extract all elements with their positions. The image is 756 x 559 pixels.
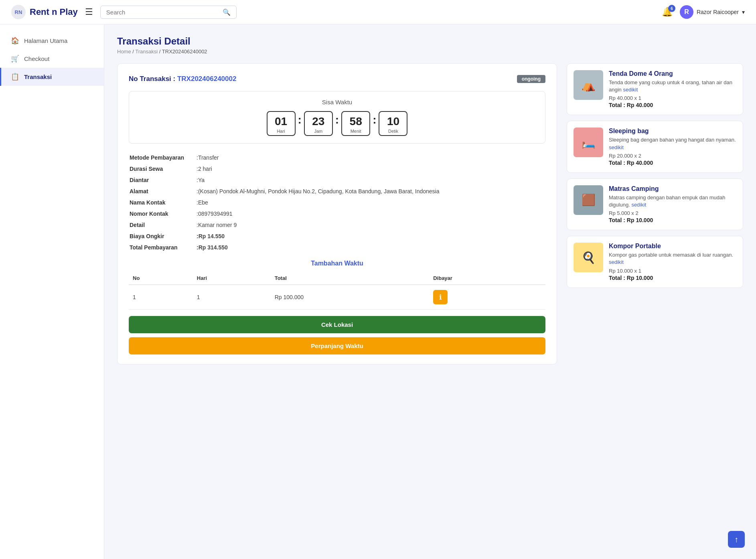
countdown-menit-label: Menit: [342, 129, 369, 134]
product-name: Tenda Dome 4 Orang: [609, 70, 736, 77]
product-desc: Tenda dome yang cukup untuk 4 orang, tah…: [609, 79, 736, 93]
countdown-sep2: :: [335, 113, 339, 126]
product-image: 🛏️: [574, 128, 603, 157]
product-total: Total : Rp 10.000: [609, 217, 736, 223]
transaction-id-label: No Transaksi : TRX202406240002: [129, 75, 236, 83]
countdown-sep1: :: [298, 113, 302, 126]
status-badge: ongoing: [517, 75, 545, 83]
product-price: Rp 5.000 x 2: [609, 210, 736, 216]
product-card: ⛺Tenda Dome 4 OrangTenda dome yang cukup…: [567, 63, 743, 115]
search-input[interactable]: [106, 9, 220, 16]
product-price: Rp 10.000 x 1: [609, 268, 736, 274]
countdown-menit: 58 Menit: [341, 111, 370, 136]
product-image: 🟫: [574, 185, 603, 215]
detail-table: Metode Pembayaran:TransferDurasi Sewa:2 …: [129, 152, 545, 253]
countdown-hari-num: 01: [268, 115, 295, 128]
detail-row: Total Pembayaran:Rp 314.550: [130, 242, 545, 253]
content-grid: No Transaksi : TRX202406240002 ongoing S…: [117, 63, 743, 365]
scroll-top-button[interactable]: ↑: [728, 531, 745, 548]
product-link[interactable]: sedikit: [623, 87, 638, 93]
main-content: Transaksi Detail Home / Transaksi / TRX2…: [104, 24, 756, 559]
dropdown-chevron-icon: ▾: [742, 9, 745, 15]
sidebar-label-halaman-utama: Halaman Utama: [24, 37, 67, 44]
product-price: Rp 20.000 x 2: [609, 153, 736, 159]
product-image: ⛺: [574, 70, 603, 100]
product-name: Kompor Portable: [609, 243, 736, 250]
product-total: Total : Rp 10.000: [609, 275, 736, 281]
header-right: 🔔 6 R Razor Raicooper ▾: [662, 5, 745, 19]
product-desc: Kompor gas portable untuk memasak di lua…: [609, 251, 736, 266]
detail-row: Nomor Kontak:08979394991: [130, 209, 545, 219]
detail-row: Diantar:Ya: [130, 175, 545, 185]
logo-icon: RN: [11, 5, 26, 19]
col-no: No: [129, 272, 193, 285]
countdown-hari: 01 Hari: [267, 111, 296, 136]
countdown-jam: 23 Jam: [304, 111, 333, 136]
product-total: Total : Rp 40.000: [609, 160, 736, 166]
countdown-detik-num: 10: [379, 115, 407, 128]
product-image: 🍳: [574, 243, 603, 272]
product-name: Sleeping bag: [609, 128, 736, 135]
breadcrumb-sep2: /: [159, 49, 161, 55]
col-hari: Hari: [193, 272, 271, 285]
header-left: RN Rent n Play ☰ 🔍: [11, 5, 237, 19]
layout: 🏠 Halaman Utama 🛒 Checkout 📋 Transaksi T…: [0, 24, 756, 559]
sidebar-item-transaksi[interactable]: 📋 Transaksi: [0, 68, 104, 86]
detail-row: Alamat:(Kosan) Pondok Al-Mughni, Pondok …: [130, 186, 545, 196]
product-info: Matras CampingMatras camping dengan baha…: [609, 185, 736, 223]
detail-row: Durasi Sewa:2 hari: [130, 164, 545, 174]
logo[interactable]: RN Rent n Play: [11, 5, 78, 19]
detail-row: Metode Pembayaran:Transfer: [130, 152, 545, 163]
product-desc: Sleeping bag dengan bahan yang hangat da…: [609, 136, 736, 151]
countdown-row: 01 Hari : 23 Jam : 58 Menit :: [136, 111, 539, 136]
notification-badge: 6: [668, 5, 675, 12]
col-dibayar: Dibayar: [429, 272, 545, 285]
countdown-detik: 10 Detik: [379, 111, 407, 136]
tambahan-row: 11Rp 100.000ℹ: [129, 285, 545, 310]
countdown-jam-label: Jam: [305, 129, 332, 134]
products-column: ⛺Tenda Dome 4 OrangTenda dome yang cukup…: [567, 63, 743, 365]
transaction-header: No Transaksi : TRX202406240002 ongoing: [129, 75, 545, 83]
search-bar: 🔍: [100, 6, 237, 19]
detail-row: Nama Kontak:Ebe: [130, 197, 545, 208]
sidebar-label-transaksi: Transaksi: [24, 73, 52, 80]
home-icon: 🏠: [11, 36, 19, 45]
cart-icon: 🛒: [11, 55, 19, 63]
perpanjang-waktu-button[interactable]: Perpanjang Waktu: [129, 337, 545, 354]
user-avatar: R: [680, 5, 693, 19]
notification-button[interactable]: 🔔 6: [662, 7, 673, 17]
sidebar-item-checkout[interactable]: 🛒 Checkout: [0, 50, 104, 68]
cek-lokasi-button[interactable]: Cek Lokasi: [129, 316, 545, 333]
col-total: Total: [271, 272, 430, 285]
sidebar-item-halaman-utama[interactable]: 🏠 Halaman Utama: [0, 32, 104, 50]
sidebar: 🏠 Halaman Utama 🛒 Checkout 📋 Transaksi: [0, 24, 104, 559]
tambahan-waktu-title: Tambahan Waktu: [129, 260, 545, 267]
dibayar-icon[interactable]: ℹ: [433, 290, 448, 304]
search-icon[interactable]: 🔍: [223, 8, 231, 16]
product-card: 🍳Kompor PortableKompor gas portable untu…: [567, 236, 743, 288]
transaction-icon: 📋: [11, 73, 19, 81]
countdown-hari-label: Hari: [268, 129, 295, 134]
product-price: Rp 40.000 x 1: [609, 95, 736, 101]
breadcrumb: Home / Transaksi / TRX202406240002: [117, 49, 743, 55]
breadcrumb-sep1: /: [132, 49, 134, 55]
countdown-jam-num: 23: [305, 115, 332, 128]
hamburger-button[interactable]: ☰: [85, 7, 93, 17]
product-card: 🟫Matras CampingMatras camping dengan bah…: [567, 178, 743, 230]
product-info: Sleeping bagSleeping bag dengan bahan ya…: [609, 128, 736, 166]
product-link[interactable]: sedikit: [609, 259, 624, 265]
countdown-label: Sisa Waktu: [136, 99, 539, 105]
breadcrumb-trx-id: TRX202406240002: [162, 49, 207, 55]
breadcrumb-transaksi[interactable]: Transaksi: [135, 49, 158, 55]
breadcrumb-home[interactable]: Home: [117, 49, 131, 55]
user-menu-button[interactable]: R Razor Raicooper ▾: [680, 5, 745, 19]
product-card: 🛏️Sleeping bagSleeping bag dengan bahan …: [567, 121, 743, 172]
product-link[interactable]: sedikit: [609, 144, 624, 150]
sidebar-label-checkout: Checkout: [24, 55, 49, 62]
countdown-box: Sisa Waktu 01 Hari : 23 Jam :: [129, 91, 545, 144]
header: RN Rent n Play ☰ 🔍 🔔 6 R Razor Raicooper…: [0, 0, 756, 24]
countdown-detik-label: Detik: [379, 129, 407, 134]
countdown-menit-num: 58: [342, 115, 369, 128]
logo-text: Rent n Play: [30, 7, 78, 17]
product-link[interactable]: sedikit: [631, 202, 646, 208]
